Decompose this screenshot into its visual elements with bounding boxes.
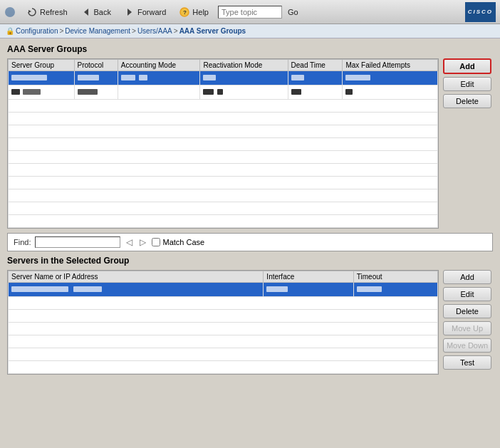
match-case-checkbox[interactable]: [152, 238, 160, 246]
forward-icon: [124, 6, 135, 18]
help-label: Help: [192, 8, 209, 16]
servers-delete-button[interactable]: Delete: [443, 304, 491, 318]
svg-point-0: [5, 7, 15, 17]
help-button[interactable]: ? Help: [175, 5, 212, 19]
cell-protocol: [74, 85, 118, 100]
svg-text:?: ?: [183, 9, 187, 16]
cisco-logo: CISCO: [465, 2, 496, 22]
table-row[interactable]: [9, 125, 438, 138]
col-dead-time: Dead Time: [288, 60, 343, 71]
cell-server-group: [9, 85, 75, 100]
servers-test-button[interactable]: Test: [443, 355, 491, 370]
col-reactivation-mode: Reactivation Mode: [200, 60, 288, 71]
table-row[interactable]: [9, 348, 438, 361]
table-row[interactable]: [9, 151, 438, 164]
breadcrumb-device-management[interactable]: Device Management: [65, 27, 130, 35]
table-row[interactable]: [9, 310, 438, 323]
cell-dead-time: [288, 71, 343, 85]
cell-interface: [264, 283, 353, 297]
col-accounting-mode: Accounting Mode: [118, 60, 200, 71]
back-label: Back: [94, 8, 111, 16]
breadcrumb: 🔒 Configuration > Device Management > Us…: [0, 24, 500, 38]
svg-marker-2: [84, 9, 88, 16]
col-server-group: Server Group: [9, 60, 75, 71]
table-row[interactable]: [9, 100, 438, 113]
aaa-table-header: Server Group Protocol Accounting Mode Re…: [9, 60, 438, 71]
table-row[interactable]: [9, 297, 438, 310]
cell-protocol: [74, 71, 118, 85]
forward-label: Forward: [137, 8, 166, 16]
help-icon: ?: [179, 6, 190, 18]
cell-server-name: [9, 283, 264, 297]
svg-marker-3: [127, 9, 132, 16]
cell-dead-time: [288, 85, 343, 100]
servers-buttons-panel: Add Edit Delete Move Up Move Down Test: [443, 270, 493, 370]
match-case-label[interactable]: Match Case: [152, 238, 204, 246]
find-label: Find:: [14, 238, 31, 246]
svg-marker-1: [28, 10, 31, 13]
back-button[interactable]: Back: [77, 5, 115, 19]
find-input[interactable]: [35, 236, 120, 248]
servers-move-up-button[interactable]: Move Up: [443, 321, 491, 335]
back-icon: [80, 6, 92, 18]
table-row[interactable]: [9, 138, 438, 151]
cell-max-failed: [343, 71, 438, 85]
table-row[interactable]: [9, 177, 438, 189]
table-row[interactable]: [9, 202, 438, 215]
find-next-button[interactable]: ▷: [138, 237, 147, 247]
aaa-buttons-panel: Add Edit Delete: [443, 58, 493, 108]
cisco-small-icon: [4, 6, 16, 18]
go-button[interactable]: Go: [288, 8, 298, 16]
aaa-table-panel: Server Group Protocol Accounting Mode Re…: [7, 58, 439, 229]
servers-move-down-button[interactable]: Move Down: [443, 338, 491, 353]
breadcrumb-configuration[interactable]: Configuration: [16, 27, 58, 35]
toolbar: Refresh Back Forward ? Help Go CISCO: [0, 0, 500, 24]
cell-reactivation: [200, 71, 288, 85]
cell-server-group: [9, 71, 75, 85]
table-row[interactable]: [9, 113, 438, 125]
find-prev-icon: ◁: [126, 237, 132, 247]
servers-section: Servers in the Selected Group Server Nam…: [7, 256, 493, 375]
cell-reactivation: [200, 85, 288, 100]
aaa-edit-button[interactable]: Edit: [443, 77, 491, 91]
forward-button[interactable]: Forward: [120, 5, 170, 19]
topic-input[interactable]: [218, 6, 282, 19]
servers-panel-container: Server Name or IP Address Interface Time…: [7, 270, 493, 375]
refresh-icon: [26, 6, 38, 18]
aaa-table-body: [9, 71, 438, 228]
table-row[interactable]: [9, 71, 438, 85]
table-row[interactable]: [9, 361, 438, 374]
cell-max-failed: [343, 85, 438, 100]
col-interface: Interface: [264, 271, 353, 283]
col-server-name: Server Name or IP Address: [9, 271, 264, 283]
cell-accounting: [118, 85, 200, 100]
col-timeout: Timeout: [353, 271, 437, 283]
match-case-text: Match Case: [162, 238, 204, 246]
servers-section-title: Servers in the Selected Group: [7, 256, 493, 266]
col-protocol: Protocol: [74, 60, 118, 71]
servers-table-panel: Server Name or IP Address Interface Time…: [7, 270, 439, 375]
table-row[interactable]: [9, 189, 438, 202]
col-max-failed: Max Failed Attempts: [343, 60, 438, 71]
find-prev-button[interactable]: ◁: [125, 237, 134, 247]
servers-table: Server Name or IP Address Interface Time…: [8, 271, 438, 374]
servers-add-button[interactable]: Add: [443, 270, 491, 284]
aaa-delete-button[interactable]: Delete: [443, 94, 491, 108]
servers-edit-button[interactable]: Edit: [443, 287, 491, 301]
table-row[interactable]: [9, 283, 438, 297]
aaa-add-button[interactable]: Add: [443, 58, 491, 74]
table-row[interactable]: [9, 323, 438, 335]
refresh-button[interactable]: Refresh: [23, 5, 71, 19]
cell-timeout: [353, 283, 437, 297]
table-row[interactable]: [9, 215, 438, 228]
table-row[interactable]: [9, 335, 438, 348]
aaa-table: Server Group Protocol Accounting Mode Re…: [8, 59, 438, 228]
find-next-icon: ▷: [140, 237, 146, 247]
table-row[interactable]: [9, 85, 438, 100]
breadcrumb-current: AAA Server Groups: [179, 27, 246, 35]
find-bar: Find: ◁ ▷ Match Case: [7, 233, 493, 251]
aaa-panel-container: Server Group Protocol Accounting Mode Re…: [7, 58, 493, 229]
table-row[interactable]: [9, 164, 438, 177]
breadcrumb-users-aaa[interactable]: Users/AAA: [137, 27, 172, 35]
breadcrumb-icon: 🔒: [6, 27, 14, 35]
